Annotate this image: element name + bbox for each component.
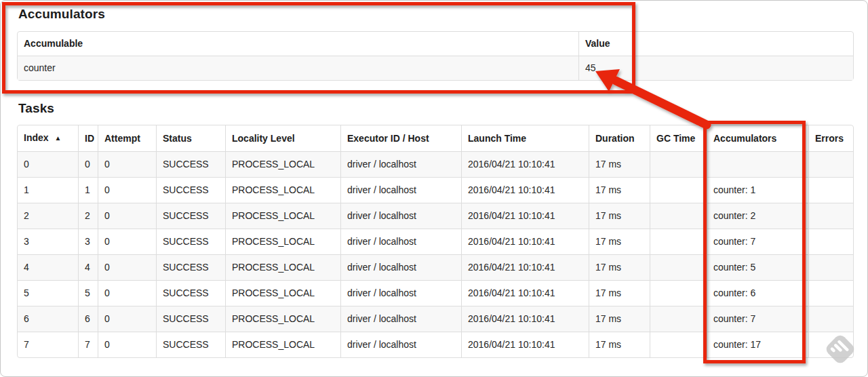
cell-gc-time xyxy=(650,177,707,203)
cell-status: SUCCESS xyxy=(156,203,225,229)
cell-attempt: 0 xyxy=(98,229,156,254)
cell-gc-time xyxy=(650,203,707,229)
task-row: 7 7 0 SUCCESS PROCESS_LOCAL driver / loc… xyxy=(18,332,853,357)
tasks-header-row: Index▲ ID Attempt Status Locality Level … xyxy=(18,125,853,151)
cell-status: SUCCESS xyxy=(156,332,225,357)
cell-id: 5 xyxy=(78,280,98,306)
cell-executor: driver / localhost xyxy=(340,203,461,229)
cell-executor: driver / localhost xyxy=(340,306,461,332)
cell-launch-time: 2016/04/21 10:10:41 xyxy=(461,151,589,177)
cell-gc-time xyxy=(650,254,707,280)
cell-id: 4 xyxy=(78,254,98,280)
col-header-errors[interactable]: Errors xyxy=(808,125,853,151)
cell-attempt: 0 xyxy=(98,151,156,177)
cell-duration: 17 ms xyxy=(589,280,650,306)
accumulators-table: Accumulable Value counter 45 xyxy=(17,31,854,81)
cell-index: 6 xyxy=(18,306,78,332)
col-header-accumulators[interactable]: Accumulators xyxy=(707,125,808,151)
tasks-table: Index▲ ID Attempt Status Locality Level … xyxy=(17,125,854,358)
cell-gc-time xyxy=(650,280,707,306)
cell-duration: 17 ms xyxy=(589,306,650,332)
cell-gc-time xyxy=(650,151,707,177)
cell-executor: driver / localhost xyxy=(340,151,461,177)
cell-attempt: 0 xyxy=(98,203,156,229)
col-header-locality-level[interactable]: Locality Level xyxy=(225,125,340,151)
cell-gc-time xyxy=(650,306,707,332)
cell-duration: 17 ms xyxy=(589,203,650,229)
cell-id: 7 xyxy=(78,332,98,357)
cell-status: SUCCESS xyxy=(156,306,225,332)
cell-gc-time xyxy=(650,332,707,357)
cell-index: 1 xyxy=(18,177,78,203)
cell-errors xyxy=(808,151,853,177)
task-row: 6 6 0 SUCCESS PROCESS_LOCAL driver / loc… xyxy=(18,306,853,332)
cell-errors xyxy=(808,229,853,254)
cell-locality: PROCESS_LOCAL xyxy=(225,229,340,254)
cell-duration: 17 ms xyxy=(589,254,650,280)
col-header-id[interactable]: ID xyxy=(78,125,98,151)
tasks-heading: Tasks xyxy=(18,101,851,116)
cell-locality: PROCESS_LOCAL xyxy=(225,306,340,332)
cell-executor: driver / localhost xyxy=(340,254,461,280)
cell-duration: 17 ms xyxy=(589,177,650,203)
cell-status: SUCCESS xyxy=(156,280,225,306)
col-header-executor-id-host[interactable]: Executor ID / Host xyxy=(340,125,461,151)
accumulator-row: counter 45 xyxy=(18,56,853,80)
cell-errors xyxy=(808,177,853,203)
task-row: 2 2 0 SUCCESS PROCESS_LOCAL driver / loc… xyxy=(18,203,853,229)
col-header-index[interactable]: Index▲ xyxy=(18,125,78,151)
cell-duration: 17 ms xyxy=(589,151,650,177)
col-header-status[interactable]: Status xyxy=(156,125,225,151)
cell-locality: PROCESS_LOCAL xyxy=(225,203,340,229)
spark-ui-stage-page: Accumulators Accumulable Value counter 4… xyxy=(0,0,868,377)
cell-executor: driver / localhost xyxy=(340,177,461,203)
task-row: 0 0 0 SUCCESS PROCESS_LOCAL driver / loc… xyxy=(18,151,853,177)
cell-id: 1 xyxy=(78,177,98,203)
cell-launch-time: 2016/04/21 10:10:41 xyxy=(461,254,589,280)
col-header-launch-time[interactable]: Launch Time xyxy=(461,125,589,151)
cell-id: 6 xyxy=(78,306,98,332)
cell-launch-time: 2016/04/21 10:10:41 xyxy=(461,203,589,229)
cell-status: SUCCESS xyxy=(156,151,225,177)
cell-accumulators: counter: 6 xyxy=(707,280,808,306)
cell-index: 0 xyxy=(18,151,78,177)
task-row: 1 1 0 SUCCESS PROCESS_LOCAL driver / loc… xyxy=(18,177,853,203)
cell-index: 4 xyxy=(18,254,78,280)
accumulable-value-cell: 45 xyxy=(578,56,853,80)
cell-attempt: 0 xyxy=(98,332,156,357)
cell-locality: PROCESS_LOCAL xyxy=(225,280,340,306)
task-row: 4 4 0 SUCCESS PROCESS_LOCAL driver / loc… xyxy=(18,254,853,280)
col-header-attempt[interactable]: Attempt xyxy=(98,125,156,151)
cell-locality: PROCESS_LOCAL xyxy=(225,177,340,203)
cell-accumulators: counter: 2 xyxy=(707,203,808,229)
cell-locality: PROCESS_LOCAL xyxy=(225,332,340,357)
cell-launch-time: 2016/04/21 10:10:41 xyxy=(461,229,589,254)
accumulable-name-cell: counter xyxy=(18,56,578,80)
cell-attempt: 0 xyxy=(98,280,156,306)
cell-locality: PROCESS_LOCAL xyxy=(225,254,340,280)
col-header-value: Value xyxy=(578,32,853,56)
cell-launch-time: 2016/04/21 10:10:41 xyxy=(461,280,589,306)
col-header-duration[interactable]: Duration xyxy=(589,125,650,151)
cell-executor: driver / localhost xyxy=(340,332,461,357)
cell-duration: 17 ms xyxy=(589,229,650,254)
cell-attempt: 0 xyxy=(98,254,156,280)
col-header-gc-time[interactable]: GC Time xyxy=(650,125,707,151)
accumulators-header-row: Accumulable Value xyxy=(18,32,853,56)
col-header-accumulable: Accumulable xyxy=(18,32,578,56)
cell-status: SUCCESS xyxy=(156,177,225,203)
cell-index: 3 xyxy=(18,229,78,254)
col-header-index-label: Index xyxy=(24,132,49,143)
cell-launch-time: 2016/04/21 10:10:41 xyxy=(461,332,589,357)
cell-accumulators: counter: 17 xyxy=(707,332,808,357)
cell-id: 2 xyxy=(78,203,98,229)
cell-errors xyxy=(808,203,853,229)
cell-status: SUCCESS xyxy=(156,254,225,280)
cell-executor: driver / localhost xyxy=(340,229,461,254)
cell-errors xyxy=(808,254,853,280)
cell-launch-time: 2016/04/21 10:10:41 xyxy=(461,177,589,203)
cell-accumulators: counter: 5 xyxy=(707,254,808,280)
cell-attempt: 0 xyxy=(98,306,156,332)
cell-accumulators xyxy=(707,151,808,177)
cell-errors xyxy=(808,306,853,332)
